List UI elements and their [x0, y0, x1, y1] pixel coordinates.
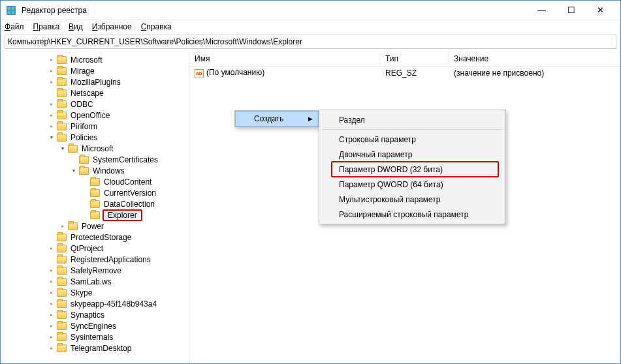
- tree-expander-none: [48, 234, 56, 241]
- context-item-label: Параметр DWORD (32 бита): [339, 165, 443, 174]
- tree-item[interactable]: ProtectedStorage: [3, 232, 189, 243]
- context-item[interactable]: Параметр QWORD (64 бита): [319, 177, 505, 192]
- tree-expander[interactable]: [48, 333, 56, 341]
- tree-expander[interactable]: [48, 123, 56, 130]
- tree-item[interactable]: ODBC: [3, 99, 189, 110]
- folder-icon: [57, 123, 67, 130]
- tree-item-label: OpenOffice: [69, 111, 111, 120]
- tree-item-label: SystemCertificates: [91, 155, 159, 164]
- tree-item[interactable]: DataCollection: [3, 198, 189, 209]
- tree-expander[interactable]: [59, 145, 67, 153]
- tree-item[interactable]: OpenOffice: [3, 110, 189, 121]
- menu-view[interactable]: Вид: [69, 22, 83, 31]
- tree-item[interactable]: Microsoft: [3, 54, 189, 65]
- folder-icon: [57, 300, 67, 308]
- close-button[interactable]: ✕: [586, 1, 615, 20]
- tree-expander[interactable]: [48, 267, 56, 275]
- folder-icon: [90, 200, 100, 208]
- tree-expander[interactable]: [48, 78, 56, 86]
- tree-item[interactable]: Sysinternals: [3, 331, 189, 342]
- menu-favorites[interactable]: Избранное: [92, 22, 132, 31]
- menu-file[interactable]: Файл: [5, 22, 24, 31]
- tree-expander[interactable]: [48, 100, 56, 108]
- context-item-label: Раздел: [339, 115, 365, 125]
- tree-item-label: Sysinternals: [69, 333, 114, 342]
- folder-icon: [57, 112, 67, 119]
- tree-item[interactable]: Netscape: [3, 87, 189, 99]
- folder-icon: [57, 333, 67, 341]
- tree-item[interactable]: Mirage: [3, 65, 189, 76]
- folder-icon: [57, 89, 67, 97]
- column-type[interactable]: Тип: [380, 52, 449, 67]
- tree-expander[interactable]: [48, 300, 56, 308]
- context-item[interactable]: Строковый параметр: [319, 132, 505, 147]
- tree-item[interactable]: Microsoft: [3, 143, 189, 154]
- tree-item[interactable]: SystemCertificates: [3, 154, 189, 165]
- column-value[interactable]: Значение: [449, 52, 620, 67]
- tree-item[interactable]: SafelyRemove: [3, 265, 189, 276]
- tree-expander[interactable]: [59, 222, 67, 230]
- tree-item[interactable]: Windows: [3, 165, 189, 176]
- tree-item[interactable]: CurrentVersion: [3, 187, 189, 198]
- tree-expander[interactable]: [48, 56, 56, 64]
- tree-item-label: Synaptics: [69, 311, 106, 320]
- menu-edit[interactable]: Правка: [33, 22, 60, 31]
- context-item[interactable]: Параметр DWORD (32 бита): [319, 162, 505, 177]
- tree-item[interactable]: Synaptics: [3, 309, 189, 320]
- folder-icon: [57, 256, 67, 264]
- tree-item-label: Skype: [69, 288, 93, 297]
- tree-expander[interactable]: [48, 289, 56, 297]
- context-item-label: Мультистроковый параметр: [339, 195, 441, 204]
- context-item-label: Параметр QWORD (64 бита): [339, 180, 443, 189]
- tree-item[interactable]: RegisteredApplications: [3, 254, 189, 265]
- tree-expander[interactable]: [48, 344, 56, 352]
- tree-item[interactable]: Policies: [3, 132, 189, 143]
- tree-expander[interactable]: [48, 67, 56, 75]
- tree-expander[interactable]: [48, 134, 56, 142]
- tree-expander[interactable]: [48, 278, 56, 286]
- tree-expander[interactable]: [48, 311, 56, 319]
- tree-item-label: SafelyRemove: [69, 266, 123, 275]
- tree-expander[interactable]: [48, 322, 56, 330]
- address-bar[interactable]: Компьютер\HKEY_CURRENT_USER\Software\Pol…: [5, 35, 616, 49]
- minimize-button[interactable]: —: [527, 1, 556, 20]
- tree-item-label: ODBC: [69, 100, 95, 109]
- tree-expander-none: [81, 211, 89, 219]
- tree-expander[interactable]: [70, 167, 78, 175]
- tree-item[interactable]: SamLab.ws: [3, 276, 189, 287]
- tree-expander-none: [81, 189, 89, 197]
- tree-item[interactable]: TelegramDesktop: [3, 342, 189, 354]
- folder-icon: [79, 167, 89, 175]
- tree-expander-none: [48, 256, 56, 264]
- folder-icon: [68, 145, 78, 153]
- tree-item[interactable]: SyncEngines: [3, 320, 189, 331]
- column-name[interactable]: Имя: [189, 52, 380, 67]
- tree-item[interactable]: Power: [3, 220, 189, 232]
- context-item[interactable]: Раздел: [319, 112, 505, 127]
- address-text: Компьютер\HKEY_CURRENT_USER\Software\Pol…: [8, 37, 302, 46]
- context-item[interactable]: Мультистроковый параметр: [319, 192, 505, 207]
- context-item[interactable]: Двоичный параметр: [319, 147, 505, 162]
- tree-item-label: Explorer: [103, 209, 142, 221]
- tree-item[interactable]: Piriform: [3, 121, 189, 132]
- tree-expander[interactable]: [48, 112, 56, 119]
- maximize-button[interactable]: ☐: [556, 1, 586, 20]
- context-item[interactable]: Расширяемый строковый параметр: [319, 207, 505, 222]
- tree-item-label: TelegramDesktop: [69, 344, 133, 353]
- tree-item[interactable]: CloudContent: [3, 176, 189, 187]
- tree-item[interactable]: Skype: [3, 287, 189, 298]
- folder-icon: [57, 245, 67, 252]
- tree-expander[interactable]: [48, 245, 56, 252]
- folder-icon: [57, 344, 67, 352]
- list-row[interactable]: ab(По умолчанию)REG_SZ(значение не присв…: [189, 67, 620, 79]
- tree-item[interactable]: MozillaPlugins: [3, 76, 189, 87]
- tree-item[interactable]: Explorer: [3, 209, 189, 220]
- tree-item-label: MozillaPlugins: [69, 78, 122, 87]
- folder-icon: [57, 289, 67, 297]
- folder-icon: [57, 67, 67, 75]
- menu-help[interactable]: Справка: [141, 22, 172, 31]
- tree-item[interactable]: QtProject: [3, 243, 189, 254]
- folder-icon: [57, 278, 67, 286]
- context-item-create[interactable]: Создать ▶: [235, 111, 319, 127]
- tree-item[interactable]: skypeapp-45f148b943a4: [3, 298, 189, 309]
